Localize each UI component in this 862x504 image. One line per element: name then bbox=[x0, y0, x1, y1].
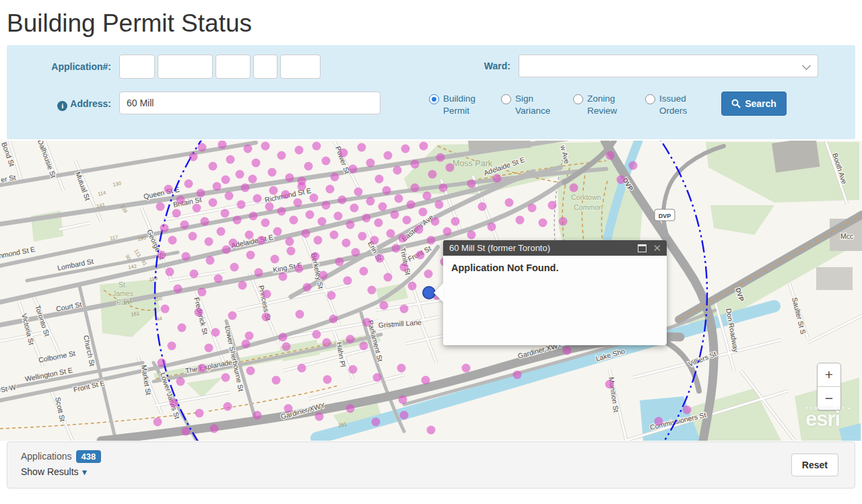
search-panel: Application#: Ward: iAddress: Building P… bbox=[7, 45, 855, 139]
svg-text:Trinity St: Trinity St bbox=[399, 247, 412, 276]
svg-text:St.: St. bbox=[119, 281, 127, 289]
svg-text:199: 199 bbox=[149, 275, 158, 283]
radio-building-permit[interactable]: Building Permit bbox=[429, 93, 484, 116]
applications-label: Applications bbox=[21, 451, 72, 462]
svg-text:Gristmill Lane: Gristmill Lane bbox=[378, 318, 422, 329]
radio-label: Sign Variance bbox=[515, 93, 556, 116]
svg-text:Moss Park: Moss Park bbox=[453, 159, 493, 168]
popup-title-bar[interactable]: 60 Mill St (former Toronto) ✕ bbox=[443, 240, 667, 256]
svg-text:Saulter St S: Saulter St S bbox=[791, 297, 807, 335]
application-number-input-2[interactable] bbox=[158, 55, 213, 79]
esri-attribution: POWERED BY esri bbox=[805, 406, 852, 428]
zoom-in-button[interactable]: + bbox=[818, 363, 840, 387]
svg-text:St W: St W bbox=[0, 383, 17, 394]
ward-select[interactable] bbox=[519, 55, 818, 77]
svg-text:Corktown: Corktown bbox=[571, 193, 601, 201]
radio-zoning-review[interactable]: Zoning Review bbox=[573, 93, 628, 116]
results-bar: Applications438 Show Results▼ Reset bbox=[7, 441, 855, 489]
radio-label: Building Permit bbox=[443, 93, 484, 116]
popup-message: Application Not Found. bbox=[443, 256, 667, 280]
ward-label: Ward: bbox=[470, 55, 510, 77]
search-button-label: Search bbox=[745, 98, 776, 109]
svg-text:130: 130 bbox=[112, 180, 122, 188]
popup-pointer bbox=[434, 283, 443, 302]
svg-text:113: 113 bbox=[133, 248, 142, 258]
show-results-label: Show Results bbox=[21, 466, 79, 477]
page-title: Building Permit Status bbox=[7, 8, 862, 39]
radio-label: Zoning Review bbox=[587, 93, 628, 116]
svg-text:Common: Common bbox=[574, 203, 603, 211]
radio-selected-icon[interactable] bbox=[429, 94, 439, 104]
svg-text:190: 190 bbox=[137, 235, 147, 242]
svg-text:Scott St: Scott St bbox=[54, 396, 67, 423]
svg-text:44: 44 bbox=[156, 316, 163, 322]
svg-text:Toronto St: Toronto St bbox=[34, 304, 51, 337]
address-label: Address: bbox=[70, 98, 111, 109]
show-results-toggle[interactable]: Show Results▼ bbox=[21, 466, 855, 477]
svg-text:Mcc: Mcc bbox=[840, 232, 853, 240]
address-input[interactable] bbox=[119, 92, 380, 114]
radio-label: Issued Orders bbox=[659, 93, 700, 116]
radio-issued-orders[interactable]: Issued Orders bbox=[645, 93, 700, 116]
radio-unselected-icon[interactable] bbox=[573, 94, 583, 104]
applications-count-badge: 438 bbox=[76, 450, 102, 463]
radio-sign-variance[interactable]: Sign Variance bbox=[501, 93, 556, 116]
search-type-radio-group: Building PermitSign VarianceZoning Revie… bbox=[429, 93, 700, 116]
close-icon[interactable]: ✕ bbox=[653, 240, 661, 256]
svg-text:Mutual St: Mutual St bbox=[74, 171, 92, 202]
chevron-down-icon bbox=[802, 61, 811, 70]
info-icon: i bbox=[57, 101, 67, 111]
zoom-control: + − bbox=[817, 363, 841, 410]
map-canvas[interactable]: er StQueen St EBritain StRichmond St ERi… bbox=[0, 141, 862, 441]
popup-body: Application Not Found. bbox=[443, 256, 667, 345]
esri-logo: esri bbox=[805, 410, 852, 428]
map-popup: 60 Mill St (former Toronto) ✕ Applicatio… bbox=[443, 240, 667, 345]
address-label-wrap: iAddress: bbox=[7, 92, 111, 116]
svg-text:114: 114 bbox=[98, 190, 107, 197]
reset-button[interactable]: Reset bbox=[791, 454, 838, 476]
search-button[interactable]: Search bbox=[721, 92, 787, 116]
triangle-down-icon: ▼ bbox=[81, 468, 89, 477]
application-number-label: Application#: bbox=[7, 55, 111, 79]
maximize-icon[interactable] bbox=[638, 244, 646, 252]
popup-title: 60 Mill St (former Toronto) bbox=[449, 243, 550, 253]
application-number-input-5[interactable] bbox=[280, 55, 321, 79]
svg-text:Dalhousie St: Dalhousie St bbox=[36, 141, 58, 179]
map-container: er StQueen St EBritain StRichmond St ERi… bbox=[0, 141, 862, 441]
search-icon bbox=[731, 99, 741, 108]
application-number-input-4[interactable] bbox=[253, 55, 277, 79]
applications-line: Applications438 bbox=[21, 450, 855, 463]
radio-unselected-icon[interactable] bbox=[645, 94, 655, 104]
application-number-input-3[interactable] bbox=[216, 55, 251, 79]
svg-text:James: James bbox=[112, 289, 133, 297]
radio-unselected-icon[interactable] bbox=[501, 94, 511, 104]
svg-text:DVP: DVP bbox=[659, 213, 671, 219]
application-number-input-1[interactable] bbox=[119, 55, 155, 79]
